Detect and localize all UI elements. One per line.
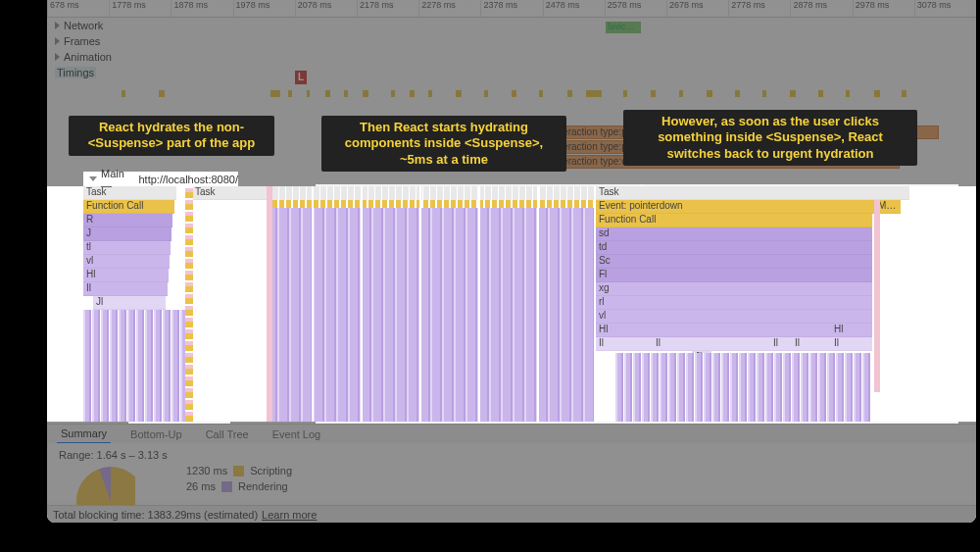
ruler-tick: 2878 ms: [790, 0, 852, 17]
legend-ms: 1230 ms: [186, 465, 227, 477]
track-animation[interactable]: Animation: [47, 49, 976, 65]
time-ruler[interactable]: 678 ms 1778 ms 1878 ms 1978 ms 2078 ms 2…: [47, 0, 976, 18]
track-list: Network Frames Animation Timings: [47, 18, 976, 80]
track-label: Timings: [55, 67, 96, 78]
flame-call-slices: [272, 200, 594, 208]
ruler-tick: 2678 ms: [666, 0, 728, 17]
ruler-tick: 2178 ms: [357, 0, 418, 17]
flame-row[interactable]: Hl: [83, 269, 169, 282]
flame-block-suspense-slices[interactable]: [272, 186, 594, 422]
chevron-right-icon: [55, 53, 60, 61]
swatch-icon: [221, 481, 232, 492]
track-timings[interactable]: Timings: [47, 65, 976, 80]
flame-row[interactable]: Il: [653, 337, 668, 351]
track-label: Main —: [101, 168, 135, 191]
annotation-3: However, as soon as the user clicks some…: [623, 110, 917, 166]
ruler-tick: 2778 ms: [728, 0, 790, 17]
track-label: Frames: [64, 35, 100, 47]
flame-row[interactable]: Jl: [93, 296, 166, 310]
flame-row-task[interactable]: Task: [192, 186, 270, 200]
chevron-right-icon: [55, 22, 60, 29]
track-main[interactable]: Main — http://localhost:8080/: [83, 172, 238, 186]
flame-row[interactable]: rl: [596, 296, 872, 310]
tab-bottom-up[interactable]: Bottom-Up: [126, 426, 186, 443]
annotation-1: React hydrates the non-<Suspense> part o…: [69, 116, 274, 156]
flame-block-urgent-hydration[interactable]: Task Event: pointerdown Function Call sd…: [596, 186, 909, 422]
ruler-tick: 2378 ms: [480, 0, 542, 17]
flame-task-slices: [272, 186, 594, 200]
timings-band[interactable]: [47, 90, 976, 100]
ruler-tick: 2978 ms: [853, 0, 914, 17]
flame-row[interactable]: Fl: [596, 269, 872, 282]
ruler-tick: 2278 ms: [418, 0, 480, 17]
tab-summary[interactable]: Summary: [57, 425, 111, 444]
footer-bar: Total blocking time: 1383.29ms (estimate…: [47, 505, 976, 523]
flame-graph[interactable]: Task Function Call R J tl vl Hl Il Jl Ta…: [47, 186, 976, 422]
main-url: http://localhost:8080/: [138, 174, 238, 185]
flame-stripes: [615, 353, 870, 422]
flame-row[interactable]: J: [83, 227, 172, 241]
swatch-icon: [233, 466, 244, 477]
chevron-right-icon: [55, 37, 60, 45]
ruler-tick: 1778 ms: [109, 0, 171, 17]
timing-marker[interactable]: L: [295, 71, 307, 84]
flame-row-function-call[interactable]: Function Call: [596, 214, 872, 227]
range-label: Range: 1.64 s – 3.13 s: [59, 449, 964, 461]
flame-stack: Task Event: pointerdown Function Call sd…: [596, 186, 909, 351]
flame-row[interactable]: vl: [83, 255, 170, 269]
flame-row[interactable]: Sc: [596, 255, 872, 269]
flame-stripes: [83, 310, 187, 422]
details-tabs: Summary Bottom-Up Call Tree Event Log: [47, 424, 976, 443]
summary-pane: Range: 1.64 s – 3.13 s 1230 ms Scripting…: [47, 443, 976, 502]
legend-scripting: 1230 ms Scripting: [186, 465, 964, 477]
flame-row[interactable]: Hl: [831, 324, 860, 337]
ruler-tick: 2578 ms: [605, 0, 666, 17]
flame-row[interactable]: Il: [792, 337, 806, 351]
ruler-tick: 3078 ms: [914, 0, 976, 17]
track-network[interactable]: Network: [47, 18, 976, 33]
track-frames[interactable]: Frames: [47, 33, 976, 49]
legend-rendering: 26 ms Rendering: [186, 480, 964, 492]
ruler-tick: 1878 ms: [171, 0, 232, 17]
flame-row[interactable]: vl: [596, 310, 872, 324]
ruler-tick: 2078 ms: [295, 0, 357, 17]
flame-pink-strip: [874, 200, 880, 392]
flame-row[interactable]: td: [596, 241, 872, 255]
total-blocking-time: Total blocking time: 1383.29ms (estimate…: [53, 509, 258, 521]
flame-row[interactable]: sd: [596, 227, 872, 241]
ruler-tick: 678 ms: [47, 0, 109, 17]
flame-row[interactable]: xg: [596, 282, 872, 296]
legend-ms: 26 ms: [186, 480, 216, 492]
tab-call-tree[interactable]: Call Tree: [202, 426, 253, 443]
flame-row-function-call[interactable]: Function Call: [83, 200, 174, 214]
flame-block-hydrate-root[interactable]: Task Function Call R J tl vl Hl Il Jl: [83, 186, 187, 422]
flame-row-task[interactable]: Task: [596, 186, 909, 200]
flame-row[interactable]: tl: [83, 241, 171, 255]
learn-more-link[interactable]: Learn more: [262, 509, 317, 521]
flame-row-event[interactable]: Event: pointerdown: [596, 200, 888, 214]
legend-label: Scripting: [250, 465, 292, 477]
chevron-down-icon: [89, 176, 97, 181]
flame-row[interactable]: Il: [83, 282, 168, 296]
flame-row[interactable]: Il: [831, 337, 860, 351]
flame-stripes: [272, 200, 594, 422]
track-label: Network: [64, 20, 103, 31]
annotation-2: Then React starts hydrating components i…: [321, 116, 566, 172]
track-label: Animation: [64, 51, 112, 63]
flame-row[interactable]: R: [83, 214, 172, 227]
legend-label: Rendering: [238, 480, 288, 492]
summary-pie-chart: [76, 467, 135, 510]
flame-pink-strip: [267, 186, 272, 422]
ruler-tick: 2478 ms: [543, 0, 605, 17]
ruler-tick: 1978 ms: [233, 0, 295, 17]
tab-event-log[interactable]: Event Log: [269, 426, 325, 443]
devtools-performance-panel: 678 ms 1778 ms 1878 ms 1978 ms 2078 ms 2…: [47, 0, 976, 523]
flame-row[interactable]: Il: [770, 337, 786, 351]
flame-side-strip: [185, 186, 193, 422]
